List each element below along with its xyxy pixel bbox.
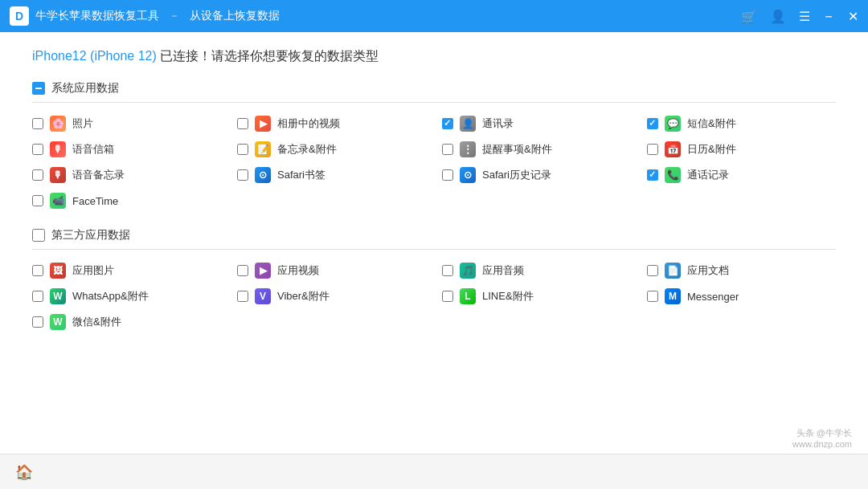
item-checkbox-safari-hist[interactable] [442,169,453,181]
item-label-safari-bk: Safari书签 [277,168,326,182]
cart-icon[interactable]: 🛒 [741,9,757,24]
item-checkbox-album-video[interactable] [237,118,248,129]
item-label-safari-hist: Safari历史记录 [482,168,551,182]
item-row-contacts: 👤通讯录 [442,116,631,132]
item-icon-viber: V [255,288,271,304]
item-label-voice-memo: 语音备忘录 [72,168,125,182]
item-icon-whatsapp: W [50,288,66,304]
item-icon-messenger: M [665,288,681,304]
item-label-voice-book: 语音信箱 [72,142,114,157]
item-checkbox-calls[interactable] [647,169,658,181]
item-icon-reminders: ⋮ [460,141,476,157]
item-row-app-video: ▶应用视频 [237,263,426,279]
items-grid-third-party: 🖼应用图片▶应用视频🎵应用音频📄应用文档WWhatsApp&附件VViber&附… [32,263,836,330]
item-label-reminders: 提醒事项&附件 [482,142,552,157]
section-third-party: 第三方应用数据🖼应用图片▶应用视频🎵应用音频📄应用文档WWhatsApp&附件V… [32,228,836,330]
main-content: iPhone12 (iPhone 12) 已连接！请选择你想要恢复的数据类型 系… [0,32,868,454]
section-title-system: 系统应用数据 [51,81,119,96]
item-checkbox-wechat[interactable] [32,316,43,328]
item-checkbox-voice-memo[interactable] [32,169,43,181]
section-checkbox-system[interactable] [32,82,45,95]
item-icon-voice-memo: 🎙 [50,167,66,183]
item-icon-app-video: ▶ [255,263,271,279]
item-icon-line: L [460,288,476,304]
item-label-line: LINE&附件 [482,289,534,304]
item-label-whatsapp: WhatsApp&附件 [72,289,149,304]
item-icon-safari-bk: ⊙ [255,167,271,183]
item-checkbox-app-video[interactable] [237,265,248,276]
item-row-voice-memo: 🎙语音备忘录 [32,167,221,183]
user-icon[interactable]: 👤 [770,9,786,24]
app-title: 牛学长苹果数据恢复工具 － 从设备上恢复数据 [35,9,741,23]
item-checkbox-messenger[interactable] [647,291,658,302]
item-checkbox-calendar[interactable] [647,144,658,155]
sections-container: 系统应用数据🌸照片▶相册中的视频👤通讯录💬短信&附件🎙语音信箱📝备忘录&附件⋮提… [32,81,836,330]
item-checkbox-notes[interactable] [237,144,248,155]
item-icon-app-doc: 📄 [665,263,681,279]
item-label-viber: Viber&附件 [277,289,330,304]
item-label-calendar: 日历&附件 [687,142,736,157]
item-row-viber: VViber&附件 [237,288,426,304]
section-title-third-party: 第三方应用数据 [51,228,130,242]
item-row-app-doc: 📄应用文档 [647,263,836,279]
item-icon-contacts: 👤 [460,116,476,132]
item-icon-wechat: W [50,314,66,330]
item-row-facetime: 📹FaceTime [32,193,221,209]
item-label-app-doc: 应用文档 [687,263,729,278]
item-label-facetime: FaceTime [72,195,118,207]
item-icon-calendar: 📅 [665,141,681,157]
item-checkbox-voice-book[interactable] [32,144,43,155]
section-header-third-party: 第三方应用数据 [32,228,836,250]
item-label-notes: 备忘录&附件 [277,142,337,157]
item-checkbox-safari-bk[interactable] [237,169,248,181]
item-row-reminders: ⋮提醒事项&附件 [442,141,631,157]
item-label-messenger: Messenger [687,291,739,303]
item-icon-voice-book: 🎙 [50,141,66,157]
app-logo: D [10,6,29,26]
item-icon-photos: 🌸 [50,116,66,132]
item-checkbox-whatsapp[interactable] [32,291,43,302]
title-bar: D 牛学长苹果数据恢复工具 － 从设备上恢复数据 🛒 👤 ☰ － ✕ [0,0,868,32]
close-button[interactable]: ✕ [847,10,858,22]
item-row-wechat: W微信&附件 [32,314,221,330]
item-checkbox-viber[interactable] [237,291,248,302]
item-icon-safari-hist: ⊙ [460,167,476,183]
item-icon-facetime: 📹 [50,193,66,209]
item-label-sms: 短信&附件 [687,116,736,131]
home-button[interactable]: 🏠 [13,461,35,483]
connected-text: 已连接！请选择你想要恢复的数据类型 [160,49,379,63]
item-row-safari-bk: ⊙Safari书签 [237,167,426,183]
watermark: 头条 @牛学长 www.dnzp.com [792,427,852,449]
item-label-photos: 照片 [72,116,93,131]
item-label-app-img: 应用图片 [72,263,114,278]
item-checkbox-line[interactable] [442,291,453,302]
item-checkbox-app-audio[interactable] [442,265,453,276]
item-row-line: LLINE&附件 [442,288,631,304]
connected-message: iPhone12 (iPhone 12) 已连接！请选择你想要恢复的数据类型 [32,48,836,65]
item-checkbox-app-img[interactable] [32,265,43,276]
item-row-safari-hist: ⊙Safari历史记录 [442,167,631,183]
item-row-calls: 📞通话记录 [647,167,836,183]
item-checkbox-photos[interactable] [32,118,43,129]
item-checkbox-contacts[interactable] [442,118,453,129]
item-label-app-audio: 应用音频 [482,263,524,278]
item-checkbox-app-doc[interactable] [647,265,658,276]
item-icon-app-audio: 🎵 [460,263,476,279]
item-checkbox-reminders[interactable] [442,144,453,155]
item-checkbox-facetime[interactable] [32,195,43,206]
item-icon-calls: 📞 [665,167,681,183]
minimize-button[interactable]: － [823,10,834,22]
item-row-photos: 🌸照片 [32,116,221,132]
bottom-bar: 🏠 [0,454,868,489]
item-icon-app-img: 🖼 [50,263,66,279]
item-icon-notes: 📝 [255,141,271,157]
item-icon-album-video: ▶ [255,116,271,132]
item-row-whatsapp: WWhatsApp&附件 [32,288,221,304]
item-label-app-video: 应用视频 [277,263,319,278]
item-label-calls: 通话记录 [687,168,729,182]
item-row-notes: 📝备忘录&附件 [237,141,426,157]
menu-icon[interactable]: ☰ [799,9,810,24]
section-checkbox-third-party[interactable] [32,229,45,242]
item-checkbox-sms[interactable] [647,118,658,129]
item-row-app-img: 🖼应用图片 [32,263,221,279]
